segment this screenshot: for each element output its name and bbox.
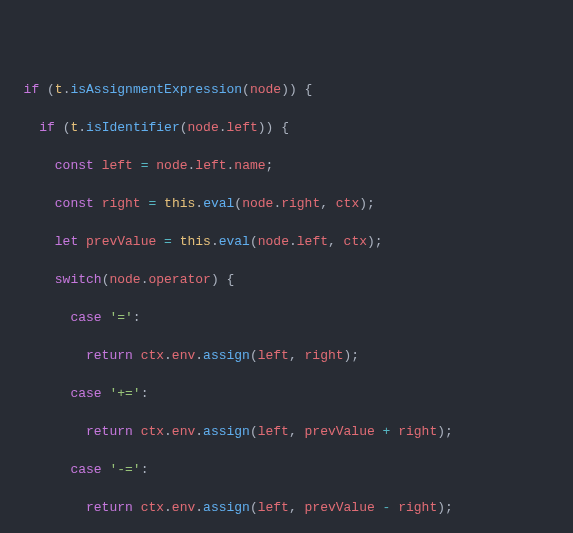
code-line[interactable]: let prevValue = this.eval(node.left, ctx… [0,232,573,251]
kw-return: return [86,348,133,363]
id-name: name [234,158,265,173]
code-line[interactable]: if (t.isIdentifier(node.left)) { [0,118,573,137]
code-line[interactable]: if (t.isAssignmentExpression(node)) { [0,80,573,99]
id-operator: operator [148,272,210,287]
str-eq: '=' [109,310,132,325]
kw-this: this [164,196,195,211]
kw-switch: switch [55,272,102,287]
fn-isIdentifier: isIdentifier [86,120,180,135]
code-line[interactable]: case '=': [0,308,573,327]
str-peq: '+=' [109,386,140,401]
code-line[interactable]: const right = this.eval(node.right, ctx)… [0,194,573,213]
code-line[interactable]: const left = node.left.name; [0,156,573,175]
kw-case: case [70,310,101,325]
id-left: left [102,158,133,173]
code-line[interactable]: return ctx.env.assign(left, prevValue + … [0,422,573,441]
fn-assign: assign [203,348,250,363]
id-prevValue: prevValue [86,234,156,249]
id-ctx: ctx [336,196,359,211]
id-node: node [250,82,281,97]
code-line[interactable]: return ctx.env.assign(left, right); [0,346,573,365]
id-right: right [102,196,141,211]
code-line[interactable]: case '-=': [0,460,573,479]
obj-t: t [55,82,63,97]
id-env: env [172,348,195,363]
code-line[interactable]: return ctx.env.assign(left, prevValue - … [0,498,573,517]
kw-let: let [55,234,78,249]
str-meq: '-=' [109,462,140,477]
kw-const: const [55,158,94,173]
fn-isAssignmentExpression: isAssignmentExpression [70,82,242,97]
fn-eval: eval [203,196,234,211]
code-line[interactable]: switch(node.operator) { [0,270,573,289]
code-line[interactable]: case '+=': [0,384,573,403]
kw-if: if [24,82,40,97]
